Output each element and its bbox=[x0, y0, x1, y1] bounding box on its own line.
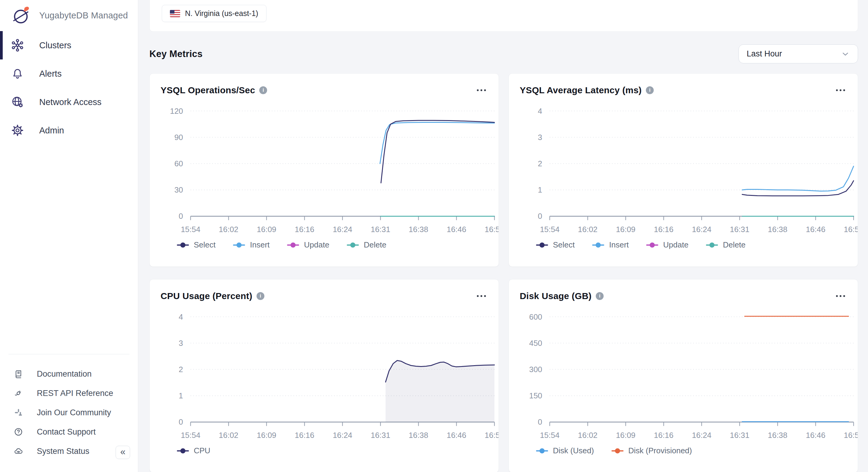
svg-text:16:31: 16:31 bbox=[371, 431, 390, 439]
legend-item-update[interactable]: Update bbox=[646, 240, 688, 250]
sidebar-collapse-button[interactable]: « bbox=[116, 446, 130, 459]
svg-text:30: 30 bbox=[175, 186, 183, 194]
legend-marker-icon bbox=[233, 245, 245, 246]
svg-text:2: 2 bbox=[179, 365, 183, 374]
chart-canvas: 030609012015:5416:0216:0916:1616:2416:31… bbox=[150, 74, 499, 266]
svg-text:15:54: 15:54 bbox=[181, 431, 200, 439]
svg-text:16:54: 16:54 bbox=[485, 431, 499, 439]
svg-text:0: 0 bbox=[179, 212, 183, 220]
legend-item-select[interactable]: Select bbox=[177, 240, 216, 250]
svg-text:120: 120 bbox=[170, 107, 183, 115]
svg-text:16:16: 16:16 bbox=[295, 431, 314, 439]
chart-legend: SelectInsertUpdateDelete bbox=[177, 240, 386, 250]
svg-text:4: 4 bbox=[179, 313, 183, 321]
svg-text:16:38: 16:38 bbox=[768, 431, 787, 439]
book-icon bbox=[13, 369, 24, 379]
chart-canvas: 0123415:5416:0216:0916:1616:2416:3116:38… bbox=[509, 74, 858, 266]
sidebar: YugabyteDB Managed Clusters bbox=[0, 0, 138, 472]
legend-marker-icon bbox=[592, 245, 604, 246]
svg-text:3: 3 bbox=[179, 339, 183, 347]
legend-marker-icon bbox=[536, 450, 548, 451]
cloud-status-icon bbox=[13, 446, 24, 456]
svg-text:16:24: 16:24 bbox=[692, 225, 711, 233]
svg-text:15:54: 15:54 bbox=[181, 225, 200, 233]
sidebar-item-clusters[interactable]: Clusters bbox=[0, 31, 138, 59]
chart-svg: 0123415:5416:0216:0916:1616:2416:3116:38… bbox=[150, 279, 499, 472]
time-range-value: Last Hour bbox=[747, 49, 782, 59]
chevron-down-icon bbox=[841, 50, 850, 59]
svg-text:600: 600 bbox=[529, 313, 542, 321]
main-content: N. Virginia (us-east-1) Key Metrics Last… bbox=[138, 0, 868, 472]
sidebar-item-contact-support[interactable]: Contact Support bbox=[0, 422, 138, 442]
svg-text:16:31: 16:31 bbox=[730, 225, 749, 233]
sidebar-item-documentation[interactable]: Documentation bbox=[0, 364, 138, 384]
svg-text:16:38: 16:38 bbox=[409, 431, 428, 439]
svg-text:16:46: 16:46 bbox=[447, 225, 466, 233]
svg-text:16:09: 16:09 bbox=[616, 431, 636, 439]
sidebar-item-alerts[interactable]: Alerts bbox=[0, 59, 138, 88]
us-flag-icon bbox=[170, 10, 180, 17]
legend-marker-icon bbox=[347, 245, 359, 246]
svg-text:90: 90 bbox=[175, 133, 183, 141]
svg-text:2: 2 bbox=[538, 159, 542, 168]
time-range-dropdown[interactable]: Last Hour bbox=[739, 44, 858, 63]
svg-text:16:31: 16:31 bbox=[371, 225, 390, 233]
app-window: YugabyteDB Managed Clusters bbox=[0, 0, 868, 472]
svg-text:60: 60 bbox=[175, 159, 183, 168]
legend-item-select[interactable]: Select bbox=[536, 240, 575, 250]
legend-label: Update bbox=[304, 240, 329, 250]
legend-marker-icon bbox=[612, 450, 623, 451]
legend-item-delete[interactable]: Delete bbox=[347, 240, 386, 250]
sidebar-nav: Clusters Alerts bbox=[0, 31, 138, 145]
card-ysql-latency: YSQL Average Latency (ms) i 0123415:5416… bbox=[508, 73, 858, 267]
chart-legend: Disk (Used)Disk (Provisioned) bbox=[536, 446, 692, 455]
svg-text:16:54: 16:54 bbox=[844, 225, 858, 233]
metrics-grid: YSQL Operations/Sec i 030609012015:5416:… bbox=[149, 73, 858, 472]
legend-item-delete[interactable]: Delete bbox=[706, 240, 745, 250]
legend-label: CPU bbox=[194, 446, 210, 455]
legend-item-cpu[interactable]: CPU bbox=[177, 446, 210, 455]
sidebar-item-label: Join Our Community bbox=[37, 408, 111, 417]
legend-item-disk-used[interactable]: Disk (Used) bbox=[536, 446, 594, 455]
svg-text:1: 1 bbox=[179, 391, 183, 400]
svg-text:16:16: 16:16 bbox=[654, 431, 674, 439]
legend-label: Insert bbox=[609, 240, 629, 250]
svg-text:16:02: 16:02 bbox=[578, 431, 597, 439]
svg-text:0: 0 bbox=[538, 212, 542, 220]
svg-text:16:16: 16:16 bbox=[295, 225, 314, 233]
svg-text:16:38: 16:38 bbox=[409, 225, 428, 233]
sidebar-item-label: Alerts bbox=[39, 69, 62, 79]
sidebar-item-admin[interactable]: Admin bbox=[0, 116, 138, 145]
sidebar-item-label: Admin bbox=[39, 126, 64, 135]
legend-item-insert[interactable]: Insert bbox=[592, 240, 629, 250]
svg-text:15:54: 15:54 bbox=[540, 225, 560, 233]
sidebar-item-join-our-community[interactable]: Join Our Community bbox=[0, 403, 138, 422]
sidebar-item-network-access[interactable]: Network Access bbox=[0, 88, 138, 116]
region-chip[interactable]: N. Virginia (us-east-1) bbox=[162, 5, 267, 22]
legend-marker-icon bbox=[646, 245, 658, 246]
legend-marker-icon bbox=[177, 450, 189, 451]
brand-name: YugabyteDB Managed bbox=[39, 10, 128, 21]
legend-label: Select bbox=[553, 240, 575, 250]
sidebar-item-label: Documentation bbox=[37, 369, 92, 379]
svg-text:16:02: 16:02 bbox=[219, 225, 239, 233]
card-cpu-usage: CPU Usage (Percent) i 0123415:5416:0216:… bbox=[149, 279, 499, 472]
svg-text:16:38: 16:38 bbox=[768, 225, 787, 233]
chart-legend: SelectInsertUpdateDelete bbox=[536, 240, 745, 250]
svg-text:16:46: 16:46 bbox=[447, 431, 466, 439]
chart-canvas: 0123415:5416:0216:0916:1616:2416:3116:38… bbox=[150, 279, 499, 472]
brand[interactable]: YugabyteDB Managed bbox=[0, 0, 138, 31]
svg-text:16:54: 16:54 bbox=[844, 431, 858, 439]
cluster-header-card: N. Virginia (us-east-1) bbox=[149, 0, 858, 32]
svg-text:150: 150 bbox=[529, 391, 542, 400]
legend-item-insert[interactable]: Insert bbox=[233, 240, 270, 250]
chart-svg: 030609012015:5416:0216:0916:1616:2416:31… bbox=[150, 74, 499, 266]
svg-text:16:09: 16:09 bbox=[257, 431, 276, 439]
svg-text:300: 300 bbox=[529, 365, 542, 374]
sidebar-item-rest-api-reference[interactable]: REST API Reference bbox=[0, 384, 138, 403]
legend-item-update[interactable]: Update bbox=[287, 240, 329, 250]
legend-item-disk-provisioned[interactable]: Disk (Provisioned) bbox=[612, 446, 692, 455]
svg-text:0: 0 bbox=[538, 418, 542, 426]
svg-text:1: 1 bbox=[538, 186, 542, 194]
card-ysql-operations: YSQL Operations/Sec i 030609012015:5416:… bbox=[149, 73, 499, 267]
